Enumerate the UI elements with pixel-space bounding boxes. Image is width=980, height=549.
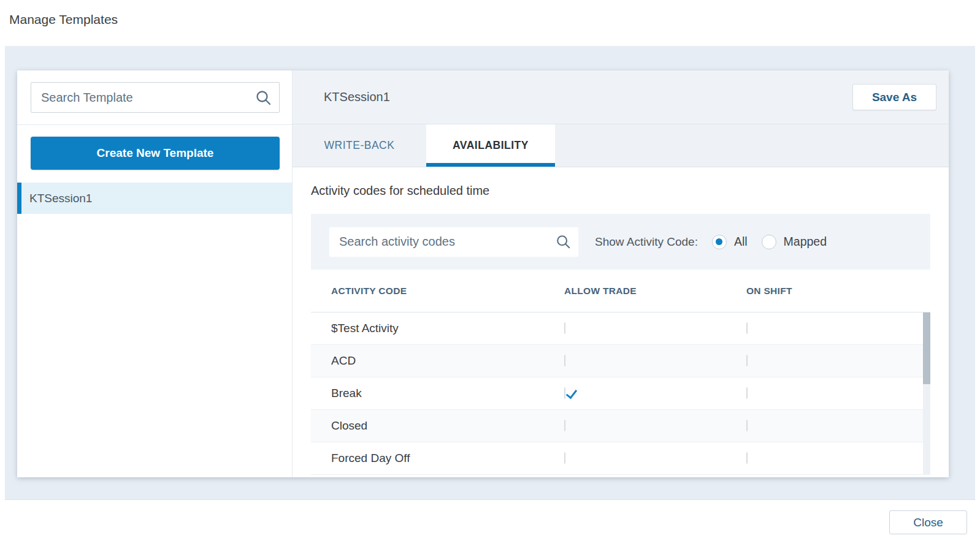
table-scrollbar[interactable] xyxy=(923,312,930,475)
activity-code-label: Forced Day Off xyxy=(331,452,564,465)
column-header-allow-trade: ALLOW TRADE xyxy=(564,286,746,297)
on-shift-checkbox[interactable] xyxy=(746,322,748,334)
create-new-template-button[interactable]: Create New Template xyxy=(31,137,280,170)
radio-option-mapped[interactable]: Mapped xyxy=(762,235,827,249)
activity-search-box[interactable] xyxy=(329,227,578,257)
save-as-button[interactable]: Save As xyxy=(852,84,936,110)
activity-code-label: Closed xyxy=(331,419,564,433)
allow-trade-checkbox[interactable] xyxy=(564,452,565,464)
activity-table-body: $Test Activity ACD Break xyxy=(311,312,930,475)
table-row: Break xyxy=(311,377,930,410)
scrollbar-thumb[interactable] xyxy=(923,312,930,384)
tab-write-back[interactable]: WRITE-BACK xyxy=(293,124,426,167)
template-search-box[interactable] xyxy=(31,82,280,113)
detail-tabs: WRITE-BACK AVAILABILITY xyxy=(293,124,949,167)
template-sidebar: Create New Template KTSession1 xyxy=(17,70,293,477)
template-list: KTSession1 xyxy=(17,183,292,477)
activity-code-label: $Test Activity xyxy=(331,322,564,335)
templates-card: Create New Template KTSession1 KTSession… xyxy=(17,70,949,477)
tab-availability[interactable]: AVAILABILITY xyxy=(426,124,555,167)
on-shift-checkbox[interactable] xyxy=(746,387,748,399)
allow-trade-checkbox[interactable] xyxy=(564,355,565,366)
manage-templates-panel: Create New Template KTSession1 KTSession… xyxy=(5,46,975,500)
template-search-input[interactable] xyxy=(41,91,255,105)
radio-option-all[interactable]: All xyxy=(712,235,748,249)
on-shift-checkbox[interactable] xyxy=(746,355,748,366)
template-name-label: KTSession1 xyxy=(29,192,92,205)
table-row: Closed xyxy=(311,410,930,442)
allow-trade-checkbox[interactable] xyxy=(564,387,565,399)
template-list-item[interactable]: KTSession1 xyxy=(17,183,292,214)
page-title: Manage Templates xyxy=(9,12,118,27)
radio-all-label: All xyxy=(734,235,748,249)
activity-search-input[interactable] xyxy=(339,235,556,249)
column-header-activity-code: ACTIVITY CODE xyxy=(331,286,564,297)
detail-header: KTSession1 Save As xyxy=(293,70,949,124)
close-button[interactable]: Close xyxy=(889,510,967,534)
radio-mapped-label: Mapped xyxy=(784,235,827,249)
activity-code-label: Break xyxy=(331,387,564,400)
table-row: $Test Activity xyxy=(311,312,930,345)
activity-codes-section-title: Activity codes for scheduled time xyxy=(311,184,930,198)
radio-all[interactable] xyxy=(712,235,727,249)
search-icon xyxy=(255,89,272,106)
table-row: ACD xyxy=(311,345,930,377)
activity-codes-toolbar: Show Activity Code: All Mapped xyxy=(311,214,930,270)
template-detail-pane: KTSession1 Save As WRITE-BACK AVAILABILI… xyxy=(293,70,949,477)
activity-code-label: ACD xyxy=(331,354,564,368)
activity-table-header: ACTIVITY CODE ALLOW TRADE ON SHIFT xyxy=(311,270,930,312)
table-row: Forced Day Off xyxy=(311,442,930,475)
on-shift-checkbox[interactable] xyxy=(746,420,748,431)
selected-template-title: KTSession1 xyxy=(324,90,390,104)
allow-trade-checkbox[interactable] xyxy=(564,420,565,431)
template-search-section xyxy=(17,70,292,125)
availability-tab-content: Activity codes for scheduled time Show A… xyxy=(293,167,949,477)
on-shift-checkbox[interactable] xyxy=(746,452,748,464)
allow-trade-checkbox[interactable] xyxy=(564,322,565,334)
column-header-on-shift: ON SHIFT xyxy=(746,286,930,297)
create-template-section: Create New Template xyxy=(17,125,292,183)
show-activity-code-label: Show Activity Code: xyxy=(595,235,698,249)
radio-mapped[interactable] xyxy=(762,235,776,249)
search-icon xyxy=(556,234,571,249)
